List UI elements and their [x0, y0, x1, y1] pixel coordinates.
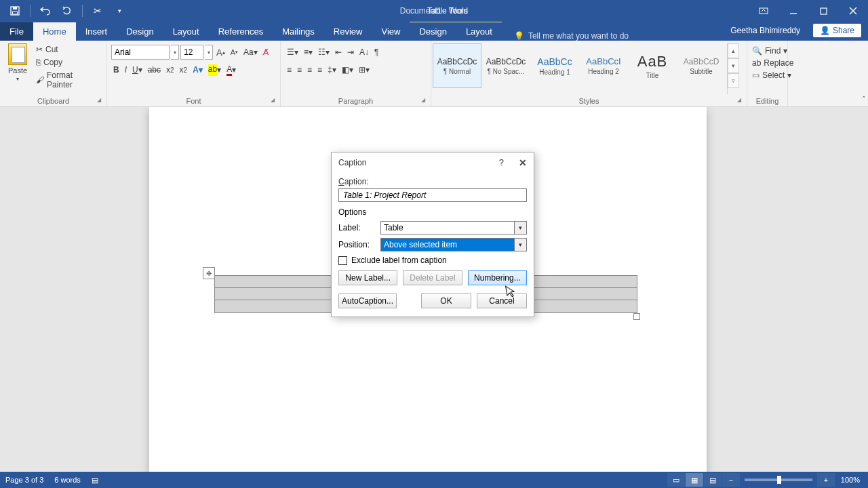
- decrease-indent-button[interactable]: ⇤: [333, 46, 344, 58]
- bullets-button[interactable]: ☰▾: [285, 46, 300, 58]
- zoom-out-button[interactable]: −: [722, 473, 740, 487]
- tab-insert[interactable]: Insert: [76, 22, 117, 41]
- strikethrough-button[interactable]: abc: [146, 64, 163, 76]
- close-icon[interactable]: ✕: [519, 157, 527, 168]
- numbering-button[interactable]: ≡▾: [302, 46, 315, 58]
- change-case-button[interactable]: Aa▾: [241, 46, 260, 58]
- bold-button[interactable]: B: [111, 64, 121, 76]
- shrink-font-button[interactable]: A▾: [229, 47, 240, 58]
- italic-button[interactable]: I: [123, 64, 129, 76]
- format-painter-button[interactable]: 🖌Format Painter: [34, 69, 102, 91]
- zoom-slider[interactable]: [745, 479, 812, 481]
- tab-mailings[interactable]: Mailings: [273, 22, 324, 41]
- save-button[interactable]: [5, 1, 24, 20]
- cut-qat-button[interactable]: ✂: [88, 1, 107, 20]
- chevron-down-icon[interactable]: ▾: [514, 239, 526, 251]
- ok-button[interactable]: OK: [421, 293, 471, 308]
- dialog-launcher-font[interactable]: ◢: [268, 95, 277, 104]
- new-label-button[interactable]: New Label...: [338, 270, 397, 285]
- share-button[interactable]: 👤 Share: [813, 24, 861, 37]
- style-heading-2[interactable]: AaBbCcIHeading 2: [579, 43, 628, 88]
- dialog-titlebar[interactable]: Caption ? ✕: [332, 152, 534, 173]
- tab-table-design[interactable]: Design: [410, 22, 456, 41]
- borders-button[interactable]: ⊞▾: [357, 64, 372, 76]
- align-left-button[interactable]: ≡: [285, 64, 294, 76]
- print-layout-button[interactable]: ▦: [686, 473, 703, 487]
- label-select[interactable]: Table ▾: [380, 221, 527, 235]
- tab-layout[interactable]: Layout: [163, 22, 209, 41]
- caption-input[interactable]: [338, 188, 527, 202]
- cut-button[interactable]: ✂Cut: [34, 43, 102, 56]
- undo-button[interactable]: [36, 1, 55, 20]
- page-indicator[interactable]: Page 3 of 3: [5, 476, 43, 484]
- zoom-thumb[interactable]: [777, 476, 781, 484]
- autocaption-button[interactable]: AutoCaption...: [338, 293, 397, 308]
- dialog-launcher-styles[interactable]: ◢: [734, 95, 744, 104]
- collapse-ribbon[interactable]: ˆ: [863, 96, 865, 105]
- align-center-button[interactable]: ≡: [295, 64, 304, 76]
- user-name[interactable]: Geetha Bhimireddy: [730, 26, 800, 35]
- font-name-input[interactable]: Arial: [111, 45, 170, 60]
- line-spacing-button[interactable]: ‡▾: [326, 64, 338, 76]
- font-name-dropdown[interactable]: ▾: [171, 45, 179, 60]
- justify-button[interactable]: ≡: [315, 64, 324, 76]
- multilevel-list-button[interactable]: ☷▾: [316, 46, 332, 58]
- tab-references[interactable]: References: [209, 22, 273, 41]
- subscript-button[interactable]: x2: [164, 64, 176, 76]
- cancel-button[interactable]: Cancel: [477, 293, 527, 308]
- clear-formatting-button[interactable]: A̸: [261, 46, 271, 58]
- sort-button[interactable]: A↓: [357, 46, 371, 58]
- tab-view[interactable]: View: [372, 22, 410, 41]
- font-color-button[interactable]: A▾: [224, 63, 238, 77]
- underline-button[interactable]: U▾: [130, 64, 144, 76]
- style-no-spacing[interactable]: AaBbCcDc¶ No Spac...: [481, 43, 530, 88]
- close-button[interactable]: [838, 0, 868, 22]
- tab-design[interactable]: Design: [117, 22, 163, 41]
- style-normal[interactable]: AaBbCcDc¶ Normal: [433, 43, 481, 88]
- word-count[interactable]: 6 words: [54, 476, 81, 484]
- table-move-handle[interactable]: ✥: [203, 267, 215, 279]
- dialog-launcher-paragraph[interactable]: ◢: [418, 95, 428, 104]
- style-title[interactable]: AaBTitle: [628, 43, 677, 88]
- tab-table-layout[interactable]: Layout: [456, 22, 502, 41]
- minimize-button[interactable]: [778, 0, 808, 22]
- position-select[interactable]: Above selected item ▾: [380, 238, 527, 251]
- replace-button[interactable]: abReplace: [750, 57, 788, 69]
- tab-home[interactable]: Home: [33, 22, 76, 41]
- font-size-input[interactable]: 12: [180, 45, 203, 60]
- copy-button[interactable]: ⎘Copy: [34, 56, 102, 68]
- web-layout-button[interactable]: ▤: [704, 473, 722, 487]
- superscript-button[interactable]: x2: [178, 64, 190, 76]
- grow-font-button[interactable]: A▴: [214, 46, 227, 59]
- select-button[interactable]: ▭Select▾: [750, 69, 788, 81]
- chevron-down-icon[interactable]: ▾: [514, 222, 526, 234]
- tell-me-search[interactable]: 💡 Tell me what you want to do: [514, 31, 629, 41]
- style-subtitle[interactable]: AaBbCcDSubtitle: [677, 43, 726, 88]
- read-mode-button[interactable]: ▭: [667, 473, 685, 487]
- zoom-level[interactable]: 100%: [841, 476, 860, 484]
- styles-more[interactable]: ▿: [728, 73, 739, 88]
- text-effects-button[interactable]: A▾: [191, 64, 205, 76]
- align-right-button[interactable]: ≡: [305, 64, 314, 76]
- numbering-button[interactable]: Numbering...: [468, 270, 527, 285]
- style-heading-1[interactable]: AaBbCcHeading 1: [530, 43, 579, 88]
- show-hide-button[interactable]: ¶: [372, 46, 380, 58]
- table-resize-handle[interactable]: [633, 313, 640, 320]
- maximize-button[interactable]: [808, 0, 838, 22]
- zoom-in-button[interactable]: +: [817, 473, 835, 487]
- qat-more[interactable]: ▾: [110, 1, 129, 20]
- redo-button[interactable]: [58, 1, 77, 20]
- proofing-icon[interactable]: ▤: [92, 476, 98, 485]
- paste-button[interactable]: Paste ▾: [4, 43, 31, 91]
- ribbon-options-button[interactable]: [749, 0, 778, 22]
- tab-review[interactable]: Review: [324, 22, 372, 41]
- increase-indent-button[interactable]: ⇥: [345, 46, 356, 58]
- help-button[interactable]: ?: [499, 157, 504, 167]
- font-size-dropdown[interactable]: ▾: [205, 45, 213, 60]
- shading-button[interactable]: ◧▾: [340, 64, 355, 76]
- tab-file[interactable]: File: [0, 22, 33, 41]
- dialog-launcher-clipboard[interactable]: ◢: [94, 95, 104, 104]
- exclude-label-checkbox[interactable]: Exclude label from caption: [338, 256, 527, 265]
- styles-up[interactable]: ▴: [728, 43, 739, 58]
- styles-down[interactable]: ▾: [728, 58, 739, 73]
